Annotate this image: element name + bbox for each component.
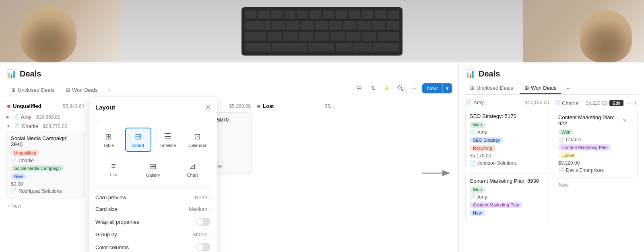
setting-color-columns[interactable]: Color columns	[95, 240, 211, 252]
left-panel: 📊 Deals ⊞ Unclosed Deals ⊞ Won Deals + ⊟…	[0, 62, 459, 252]
timeline-icon: ☰	[164, 132, 171, 141]
column-unqualified: Unqualified $5,343.64 ▶ 📄 Amy $39,850.00…	[6, 103, 85, 213]
tag-won-1: Won	[470, 122, 485, 128]
toggle-amy[interactable]: ▶	[6, 115, 10, 119]
layout-popup: Layout ✕ ← ⊞ Table ⊟ Board ☰ Timeli	[89, 97, 217, 252]
edit-button[interactable]: Edit	[609, 100, 623, 106]
right-board: 📄 Amy $14,100.00 SEO Strategy: 5170 Won …	[465, 99, 638, 225]
search-button[interactable]: 🔍	[395, 83, 406, 94]
more-options-button[interactable]: ···	[626, 99, 631, 107]
right-panel: 📊 Deals ⊞ Unclosed Deals ⊞ Won Deals +	[459, 62, 644, 252]
filter-button[interactable]: ⊟	[354, 83, 365, 94]
add-tab-left[interactable]: +	[104, 85, 114, 95]
hero-left-section	[0, 0, 121, 62]
board-columns: Unqualified $5,343.64 ▶ 📄 Amy $39,850.00…	[6, 103, 452, 213]
popup-header: Layout ✕	[95, 103, 211, 111]
dot-unqualified	[7, 105, 10, 108]
popup-back[interactable]: ←	[95, 117, 211, 123]
card-person-amy2: 📄 Amy	[470, 194, 545, 200]
setting-wrap-properties[interactable]: Wrap all properties	[95, 215, 211, 229]
label-upsell-r: Upsell	[558, 152, 577, 159]
label-recurring: Recurring	[470, 145, 495, 151]
chart-icon: ⊿	[189, 161, 196, 171]
left-panel-title: 📊 Deals	[6, 69, 41, 78]
card-content-marketing-8930: Content Marketing Plan: 8930 Won 📄 Amy C…	[465, 174, 549, 222]
layout-calendar[interactable]: ⊡ Calendar	[184, 128, 211, 152]
status-unqualified: Unqualified	[7, 103, 41, 109]
right-panel-title: 📊 Deals	[465, 69, 500, 78]
label-new-3: New	[470, 210, 485, 216]
toggle-charlie[interactable]: ▼	[6, 124, 10, 128]
label-new-1: New	[11, 173, 26, 180]
layout-table[interactable]: ⊞ Table	[95, 128, 122, 152]
group-amy[interactable]: ▶ 📄 Amy $39,850.00	[6, 112, 85, 122]
page-icon-charlie-r: 📄	[554, 100, 560, 106]
tab-icon-unclosed-r: ⊞	[470, 85, 475, 91]
card-company-davis: 📄 Davis Enterprises	[558, 167, 633, 173]
new-button-arrow[interactable]: ▾	[442, 83, 452, 93]
tab-unclosed-deals-left[interactable]: ⊞ Unclosed Deals	[6, 85, 59, 96]
right-tabs: ⊞ Unclosed Deals ⊞ Won Deals +	[465, 83, 638, 95]
tab-won-deals-right[interactable]: ⊞ Won Deals	[520, 83, 561, 94]
more-button[interactable]: ···	[409, 83, 420, 94]
new-button[interactable]: New ▾	[422, 83, 452, 93]
toggle-wrap-properties[interactable]	[196, 218, 211, 226]
page-icon-charlie: 📄	[13, 123, 19, 129]
setting-card-size[interactable]: Card size Medium ›	[95, 203, 211, 215]
left-tabs: ⊞ Unclosed Deals ⊞ Won Deals + ⊟ ⇅ ⚡ 🔍 ·…	[6, 83, 452, 98]
layout-options-row2: ≡ List ⊞ Gallery ⊿ Chart	[95, 157, 211, 182]
new-button-label: New	[422, 83, 442, 93]
card-company-1: 📄 Rodriguez Solutions	[11, 188, 80, 194]
keyboard-image	[242, 7, 402, 56]
layout-board[interactable]: ⊟ Board	[125, 128, 152, 152]
popup-close-button[interactable]: ✕	[205, 103, 211, 111]
add-card-unqualified[interactable]: + New	[6, 202, 85, 211]
page-icon-small: 📄	[11, 158, 17, 163]
card-person-charlie-r: 📄 Charlie	[558, 137, 633, 143]
tab-icon-unclosed: ⊞	[11, 87, 16, 93]
add-tab-right[interactable]: +	[563, 83, 573, 94]
card-title-cmp8930: Content Marketing Plan: 8930	[470, 178, 545, 184]
card-person-charlie1: 📄 Charlie	[11, 158, 80, 163]
board-icon: ⊟	[135, 132, 142, 141]
sort-button[interactable]: ⇅	[367, 83, 379, 94]
more-card-button[interactable]: ···	[629, 118, 633, 124]
tab-won-deals-left[interactable]: ⊞ Won Deals	[61, 85, 102, 96]
calendar-icon: ⊡	[194, 132, 201, 141]
back-arrow-icon: ←	[95, 117, 101, 123]
gallery-icon: ⊞	[150, 161, 157, 171]
plant-decoration-right	[580, 10, 632, 62]
list-icon: ≡	[111, 161, 116, 171]
page-icon-amy1: 📄	[470, 130, 476, 135]
popup-title: Layout	[95, 104, 115, 111]
layout-list[interactable]: ≡ List	[95, 157, 132, 182]
add-column-button[interactable]: +	[634, 99, 638, 107]
arrow-card-size: ›	[209, 207, 211, 212]
layout-timeline[interactable]: ☰ Timeline	[155, 128, 181, 152]
setting-card-preview[interactable]: Card preview None ›	[95, 192, 211, 203]
group-charlie[interactable]: ▼ 📄 Charlie $28,770.00	[6, 122, 85, 131]
card-title-cmp922: Content Marketing Plan: 922 ✎ ···	[558, 114, 633, 126]
company-icon-davis: 📄	[558, 167, 564, 173]
arrow-card-preview: ›	[209, 195, 211, 200]
label-cmp2: Content Marketing Plan	[470, 202, 522, 208]
edit-card-icon[interactable]: ✎	[623, 118, 627, 124]
plant-decoration-left	[20, 6, 76, 62]
layout-options-row1: ⊞ Table ⊟ Board ☰ Timeline ⊡ Calendar	[95, 128, 211, 152]
deals-icon-left: 📊	[6, 69, 17, 78]
label-seo: SEO Strategy	[470, 137, 503, 143]
setting-group-by[interactable]: Group by Status ›	[95, 229, 211, 240]
toggle-color-columns[interactable]	[196, 243, 211, 251]
card-seo-strategy: SEO Strategy: 5170 Won 📄 Amy SEO Strateg…	[465, 109, 549, 170]
tab-icon-won-r: ⊞	[524, 85, 529, 91]
page-icon-charlie1: 📄	[558, 137, 564, 143]
lightning-button[interactable]: ⚡	[381, 83, 392, 94]
column-lost: Lost $5...	[256, 103, 335, 213]
page-icon-amy-r: 📄	[465, 99, 472, 105]
toggle-knob-color	[197, 244, 203, 250]
layout-gallery[interactable]: ⊞ Gallery	[135, 157, 171, 182]
add-card-charlie[interactable]: + New	[554, 181, 638, 190]
tab-unclosed-deals-right[interactable]: ⊞ Unclosed Deals	[465, 83, 518, 94]
hero-right-section	[523, 0, 644, 62]
layout-chart[interactable]: ⊿ Chart	[174, 157, 211, 182]
